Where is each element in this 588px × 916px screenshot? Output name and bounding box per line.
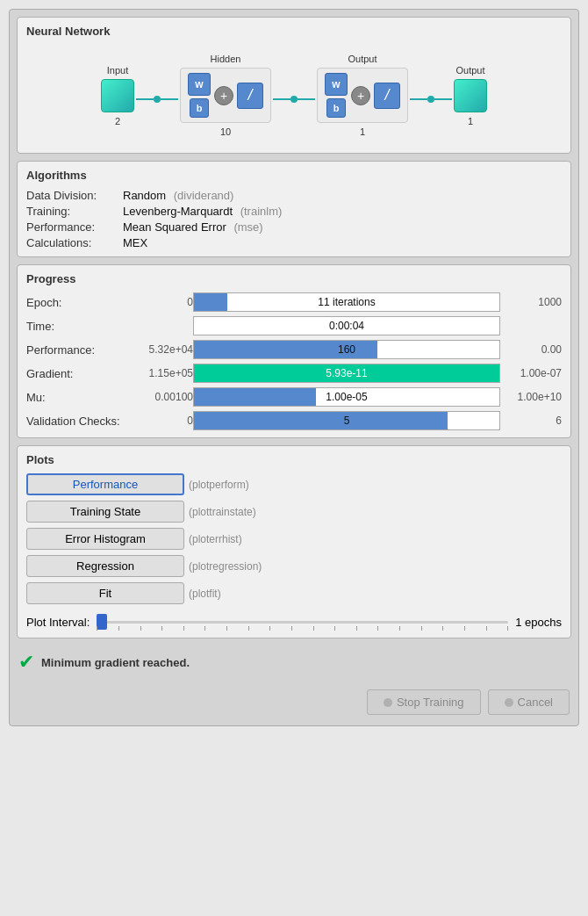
val-left: 0 [123, 415, 193, 427]
status-row: ✔ Minimum gradient reached. [17, 646, 571, 679]
act-output: / [374, 83, 400, 109]
stop-training-icon [384, 698, 392, 707]
algorithms-title: Algorithms [26, 169, 562, 182]
data-division-text: Random [123, 189, 166, 202]
hidden-label: Hidden [211, 54, 241, 64]
cancel-label: Cancel [518, 696, 553, 709]
hidden-box: w b + / [180, 68, 271, 123]
line4 [298, 98, 315, 100]
plot-btn-performance[interactable]: Performance [26, 473, 184, 495]
time-bar-text: 0:00:04 [194, 320, 499, 332]
training-label: Training: [26, 205, 123, 218]
calculations-value: MEX [123, 236, 562, 249]
grad-left: 1.15e+05 [123, 367, 193, 379]
val-bar: 5 [193, 411, 500, 430]
output-node [454, 79, 487, 112]
training-value: Levenberg-Marquardt (trainlm) [123, 205, 562, 218]
training-text: Levenberg-Marquardt [123, 205, 233, 218]
calculations-label: Calculations: [26, 236, 123, 249]
hidden-group: Hidden w b + / 10 [180, 54, 271, 137]
input-group: Input 2 [101, 65, 134, 126]
plots-grid: Performance (plotperform) Training State… [26, 473, 562, 604]
input-label: Input [107, 65, 128, 76]
epoch-left: 0 [123, 296, 193, 308]
plot-btn-training-state[interactable]: Training State [26, 501, 184, 523]
val-right: 6 [500, 415, 562, 427]
progress-section: Progress Epoch: 0 11 iterations 1000 Tim… [17, 264, 571, 438]
main-container: Neural Network Input 2 Hidden w b [9, 9, 579, 726]
algorithms-grid: Data Division: Random (dividerand) Train… [26, 189, 562, 249]
epoch-bar: 11 iterations [193, 292, 500, 312]
time-label: Time: [26, 320, 123, 333]
plot-btn-regression[interactable]: Regression [26, 555, 184, 577]
epoch-right: 1000 [500, 296, 562, 308]
line2 [161, 98, 178, 100]
plot-code-regression: (plotregression) [184, 559, 562, 573]
conn2 [273, 96, 315, 103]
cancel-icon [505, 698, 513, 707]
perf-right: 0.00 [500, 343, 562, 356]
plot-code-error-histogram: (ploterrhist) [184, 532, 562, 545]
val-label: Validation Checks: [26, 415, 123, 428]
plus-output: + [351, 86, 370, 105]
output-box: w b + / [317, 68, 408, 123]
data-division-label: Data Division: [26, 189, 123, 202]
input-value: 2 [115, 116, 120, 126]
plot-interval-slider[interactable] [97, 613, 508, 631]
epoch-label: Epoch: [26, 296, 123, 309]
output-node-label: Output [455, 65, 484, 76]
b-box-hidden: b [190, 98, 209, 118]
perf-label: Performance: [26, 343, 123, 357]
nn-title: Neural Network [26, 25, 562, 38]
bottom-buttons: Stop Training Cancel [17, 686, 571, 718]
performance-algo-label: Performance: [26, 220, 123, 234]
cancel-button[interactable]: Cancel [488, 689, 570, 715]
neural-network-section: Neural Network Input 2 Hidden w b [17, 17, 571, 154]
output-label: Output [348, 54, 376, 64]
plot-btn-fit[interactable]: Fit [26, 582, 184, 604]
w-box-output: w [325, 73, 348, 96]
plot-interval-label: Plot Interval: [26, 616, 90, 629]
b-box-output: b [326, 98, 346, 118]
input-node [101, 79, 134, 112]
checkmark-icon: ✔ [18, 651, 34, 674]
time-bar: 0:00:04 [193, 316, 500, 335]
progress-grid: Epoch: 0 11 iterations 1000 Time: 0:00:0… [26, 292, 562, 430]
grad-bar-text: 5.93e-11 [194, 367, 499, 379]
epoch-bar-text: 11 iterations [194, 296, 499, 308]
performance-algo-code: (mse) [233, 220, 262, 234]
output-node-value: 1 [468, 116, 473, 126]
line3 [273, 98, 290, 100]
output-node-group: Output 1 [454, 65, 487, 126]
mu-bar-text: 1.00e-05 [194, 391, 499, 403]
nn-diagram: Input 2 Hidden w b + / [26, 45, 562, 146]
conn1 [136, 96, 178, 103]
w-box-hidden: w [188, 73, 211, 96]
act-hidden: / [237, 83, 263, 109]
conn3 [410, 96, 452, 103]
training-code: (trainlm) [240, 205, 283, 218]
output-group: Output w b + / 1 [317, 54, 408, 137]
status-message: Minimum gradient reached. [41, 656, 190, 669]
plot-code-performance: (plotperform) [184, 478, 562, 491]
line1 [136, 98, 154, 100]
grad-right: 1.00e-07 [500, 367, 562, 379]
algorithms-section: Algorithms Data Division: Random (divide… [17, 161, 571, 257]
plot-code-training-state: (plottrainstate) [184, 505, 562, 518]
performance-algo-value: Mean Squared Error (mse) [123, 220, 562, 234]
wb-stack-output: w b [325, 73, 348, 118]
output-value: 1 [360, 126, 365, 137]
plots-title: Plots [26, 453, 562, 466]
plus-hidden: + [214, 86, 233, 105]
val-bar-text: 5 [194, 415, 499, 427]
mu-right: 1.00e+10 [500, 391, 562, 403]
performance-algo-text: Mean Squared Error [123, 220, 226, 234]
slider-track [97, 621, 508, 624]
line6 [434, 98, 452, 100]
perf-bar-text: 160 [194, 343, 499, 356]
line5 [410, 98, 427, 100]
plots-section: Plots Performance (plotperform) Training… [17, 445, 571, 638]
plot-btn-error-histogram[interactable]: Error Histogram [26, 528, 184, 550]
progress-title: Progress [26, 272, 562, 285]
stop-training-button[interactable]: Stop Training [367, 689, 481, 715]
